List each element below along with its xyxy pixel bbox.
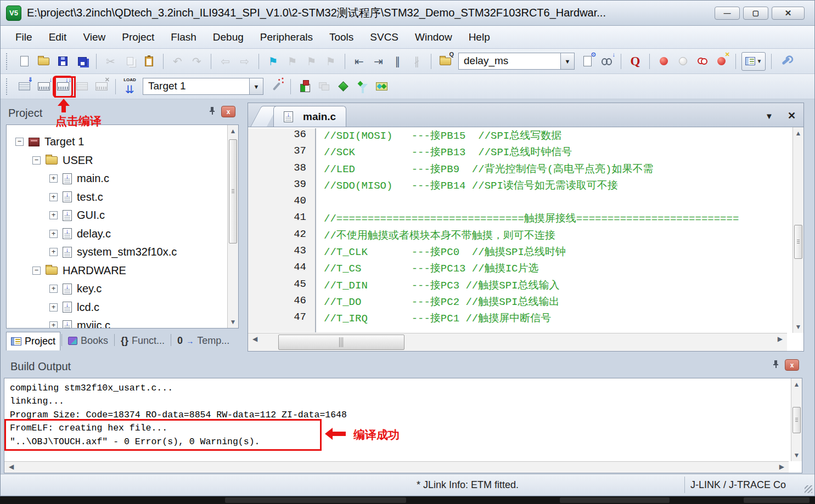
expand-icon[interactable]: + <box>49 248 58 256</box>
next-bookmark-button[interactable]: ⚑ <box>303 52 320 71</box>
collapse-icon[interactable]: − <box>32 267 41 275</box>
tree-item-system-stm32f10x-c[interactable]: +system_stm32f10x.c <box>9 243 225 262</box>
select-software-packs-button[interactable] <box>354 77 371 96</box>
find-next-button[interactable]: ↓ <box>598 52 615 71</box>
translate-button[interactable]: ⇓ <box>16 77 33 96</box>
window-layout-button[interactable]: ▼ <box>741 52 766 71</box>
save-all-button[interactable] <box>74 52 91 71</box>
tab-temp[interactable]: 0→Temp... <box>172 331 234 350</box>
target-select-combo[interactable]: Target 1▼ <box>143 78 263 95</box>
tree-item-lcd-c[interactable]: +lcd.c <box>9 298 225 317</box>
cut-button[interactable]: ✂ <box>102 52 119 71</box>
scroll-up-icon[interactable]: ▲ <box>793 130 803 137</box>
kill-all-breakpoints-button[interactable]: ✕ <box>713 52 730 71</box>
minimize-button[interactable]: — <box>715 7 740 20</box>
editor-vertical-scrollbar[interactable]: ▲ ▼ <box>792 127 803 333</box>
tab-main-c[interactable]: main.c <box>273 106 346 127</box>
tree-item-hardware[interactable]: −HARDWARE <box>9 262 225 280</box>
scroll-up-icon[interactable]: ▲ <box>791 381 802 388</box>
scroll-down-icon[interactable]: ▼ <box>791 452 802 458</box>
tree-item-main-c[interactable]: +main.c <box>9 169 225 188</box>
prev-bookmark-button[interactable]: ⚑ <box>284 52 301 71</box>
toggle-bookmark-button[interactable]: ⚑ <box>265 52 282 71</box>
stop-build-button[interactable]: ✕ <box>93 77 110 96</box>
find-in-files-button[interactable]: Q <box>437 52 454 71</box>
clear-bookmarks-button[interactable]: ⚑ <box>322 52 339 71</box>
menu-window[interactable]: Window <box>407 29 460 46</box>
expand-icon[interactable]: + <box>49 174 58 183</box>
menu-debug[interactable]: Debug <box>205 29 252 46</box>
pin-icon[interactable] <box>209 106 216 117</box>
expand-icon[interactable]: + <box>49 285 58 293</box>
close-icon[interactable]: x <box>785 359 799 371</box>
tree-item-target-1[interactable]: −Target 1 <box>9 133 225 151</box>
save-button[interactable] <box>54 52 71 71</box>
chevron-down-icon[interactable]: ▼ <box>249 78 263 94</box>
unindent-button[interactable]: ⇤ <box>351 52 368 71</box>
editor-horizontal-scrollbar[interactable]: ◀ ▶ <box>248 333 787 351</box>
manage-books-button[interactable] <box>316 77 333 96</box>
indent-button[interactable]: ⇥ <box>370 52 387 71</box>
manage-rte-button[interactable] <box>335 77 352 96</box>
uncomment-button[interactable]: ∦ <box>408 52 425 71</box>
close-file-icon[interactable]: ✕ <box>788 110 796 122</box>
pack-installer-button[interactable] <box>373 77 390 96</box>
code-text-area[interactable]: //SDI(MOSI) ---接PB15 //SPI总线写数据//SCK ---… <box>317 128 787 332</box>
toolbar-grip[interactable] <box>6 53 9 70</box>
menu-edit[interactable]: Edit <box>41 29 75 46</box>
toolbar-grip[interactable] <box>6 78 9 95</box>
close-icon[interactable]: x <box>221 106 235 117</box>
new-file-button[interactable] <box>16 52 33 71</box>
insert-breakpoint-button[interactable] <box>655 52 672 71</box>
expand-icon[interactable]: + <box>49 193 58 201</box>
scroll-left-icon[interactable]: ◀ <box>9 463 14 470</box>
disable-all-breakpoints-button[interactable] <box>694 52 711 71</box>
undo-button[interactable]: ↶ <box>169 52 186 71</box>
expand-icon[interactable]: + <box>49 303 58 312</box>
collapse-icon[interactable]: − <box>15 138 24 146</box>
resize-grip[interactable] <box>805 485 812 493</box>
menu-flash[interactable]: Flash <box>162 29 204 46</box>
tree-item-key-c[interactable]: +key.c <box>9 280 225 298</box>
tree-item-myiic-c[interactable]: +myiic.c <box>9 316 225 328</box>
menu-view[interactable]: View <box>75 29 114 46</box>
options-for-target-button[interactable] <box>268 77 285 96</box>
comment-button[interactable]: ∥ <box>389 52 406 71</box>
paste-button[interactable] <box>140 52 158 71</box>
redo-button[interactable]: ↷ <box>188 52 205 71</box>
scroll-down-icon[interactable]: ▼ <box>228 319 238 325</box>
manage-project-items-button[interactable] <box>296 77 313 96</box>
tab-project[interactable]: Project <box>6 332 60 350</box>
collapse-icon[interactable]: − <box>32 156 41 165</box>
code-editor[interactable]: 363738394041424344454647 //SDI(MOSI) ---… <box>248 127 804 352</box>
enable-breakpoint-button[interactable] <box>675 52 692 71</box>
function-navigate-combo[interactable]: delay_ms▼ <box>458 53 575 70</box>
tab-books[interactable]: Books <box>63 331 113 350</box>
expand-icon[interactable]: + <box>49 211 58 219</box>
navigate-back-button[interactable]: ⇦ <box>217 52 234 71</box>
download-button[interactable]: ⇊LOAD <box>121 77 138 96</box>
close-button[interactable]: ✕ <box>772 7 805 20</box>
tab-list-dropdown-icon[interactable]: ▼ <box>765 111 773 121</box>
scroll-down-icon[interactable]: ▼ <box>793 324 803 330</box>
tree-item-delay-c[interactable]: +delay.c <box>9 225 225 243</box>
tab-funct[interactable]: {}Funct... <box>116 331 170 350</box>
scroll-right-icon[interactable]: ▶ <box>779 463 784 470</box>
menu-svcs[interactable]: SVCS <box>362 29 407 46</box>
expand-icon[interactable]: + <box>49 230 58 238</box>
maximize-button[interactable]: ▢ <box>743 7 768 20</box>
pin-icon[interactable] <box>772 360 779 371</box>
tree-item-test-c[interactable]: +test.c <box>9 188 225 207</box>
scroll-right-icon[interactable]: ▶ <box>778 336 783 342</box>
menu-file[interactable]: File <box>7 29 41 46</box>
expand-icon[interactable]: + <box>49 321 58 328</box>
scroll-up-icon[interactable]: ▲ <box>228 128 238 134</box>
chevron-down-icon[interactable]: ▼ <box>560 53 574 69</box>
scroll-left-icon[interactable]: ◀ <box>252 336 257 342</box>
copy-button[interactable] <box>121 52 138 71</box>
build-vertical-scrollbar[interactable]: ▲ ▼ <box>791 378 802 461</box>
build-horizontal-scrollbar[interactable]: ◀ ▶ <box>4 461 789 473</box>
menu-tools[interactable]: Tools <box>321 29 362 46</box>
menu-project[interactable]: Project <box>114 29 162 46</box>
build-button[interactable]: ↓ <box>35 77 52 96</box>
